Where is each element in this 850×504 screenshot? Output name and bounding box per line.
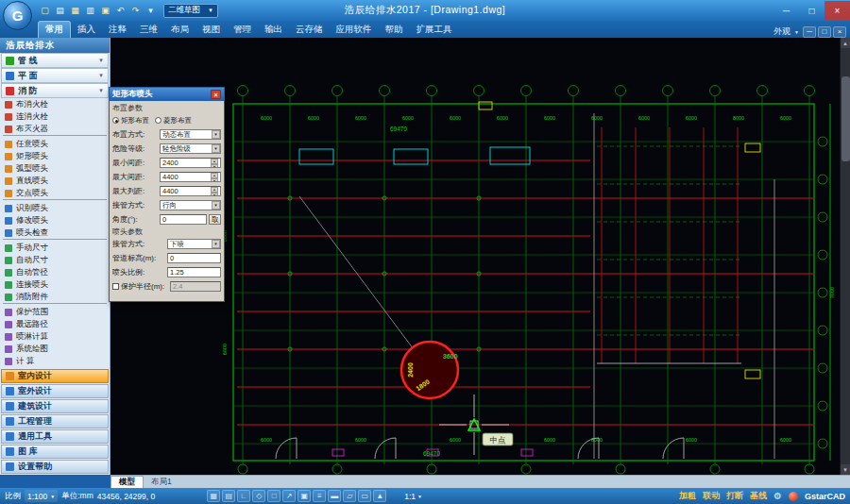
tool-fire-accessories[interactable]: 消防附件 [0,291,110,303]
gear-icon[interactable]: ⚙ [774,491,782,501]
tool-free-sprinkler[interactable]: 任意喷头 [0,138,110,150]
tab-help[interactable]: 帮助 [379,21,410,38]
qat-more-icon[interactable]: ▾ [144,3,158,18]
lineweight-icon[interactable]: ▬ [328,490,341,502]
tab-model[interactable]: 模型 [110,476,144,488]
otrack-icon[interactable]: ↗ [282,490,296,502]
pipe-elevation-input[interactable]: 0 [167,253,221,263]
print-icon[interactable]: ▥ [83,3,97,18]
protection-radius-checkbox[interactable] [112,283,119,290]
layout-mode-select[interactable]: 动态布置 [160,129,221,140]
tab-manage[interactable]: 管理 [227,21,258,38]
selection-cycling-icon[interactable]: ▲ [373,490,386,502]
bold-lines-toggle[interactable]: 加粗 [679,490,696,502]
plot-icon[interactable]: ▣ [98,3,112,18]
tool-place-hydrant[interactable]: 布消火栓 [0,98,110,110]
dialog-close-icon[interactable]: × [211,90,221,99]
tool-rect-sprinkler[interactable]: 矩形喷头 [0,150,110,162]
angle-input[interactable]: 0 [160,214,207,225]
tool-auto-diameter[interactable]: 自动管径 [0,266,110,278]
scroll-up-icon[interactable]: ▲ [841,38,850,48]
tool-connect-sprinkler[interactable]: 连接喷头 [0,278,110,291]
break-toggle[interactable]: 打断 [726,490,743,502]
scrollbar-thumb[interactable] [842,76,850,161]
doc-restore-button[interactable]: □ [818,26,831,38]
open-icon[interactable]: ▤ [53,3,67,18]
scrollbar-track[interactable] [841,48,850,464]
tab-layout1[interactable]: 布局1 [144,476,179,488]
linkage-toggle[interactable]: 联动 [703,490,720,502]
minimize-button[interactable]: ─ [774,1,799,20]
tab-home[interactable]: 常用 [38,21,71,38]
tool-calculation[interactable]: 计 算 [0,355,110,367]
nav-outdoor-design[interactable]: 室外设计 [1,384,109,398]
tool-farthest-path[interactable]: 最远路径 [0,318,110,330]
spinner[interactable]: ▲▼ [211,173,218,181]
tab-cloud[interactable]: 云存储 [289,21,330,38]
pick-angle-button[interactable]: 取 [209,214,221,225]
scale-dropdown[interactable]: 1:100 ▼ [25,490,58,502]
undo-icon[interactable]: ↶ [113,3,128,18]
polar-icon[interactable]: ◇ [252,490,265,502]
tab-annotate[interactable]: 注释 [102,21,133,38]
head-connect-select[interactable]: 下喷 [167,239,221,249]
max-spacing-input[interactable]: 4400▲▼ [160,172,221,182]
spinner[interactable]: ▲▼ [211,187,218,195]
ortho-icon[interactable]: ∟ [237,490,250,502]
nav-architecture-design[interactable]: 建筑设计 [1,399,109,413]
tool-connect-hydrant[interactable]: 连消火栓 [0,110,110,123]
tab-layout[interactable]: 布局 [164,21,196,38]
tab-insert[interactable]: 插入 [71,21,102,38]
tool-modify-sprinkler[interactable]: 修改喷头 [0,214,110,227]
close-button[interactable]: × [824,1,850,20]
tab-output[interactable]: 输出 [258,21,289,38]
tool-intersection-sprinkler[interactable]: 交点喷头 [0,187,110,199]
tool-protection-range[interactable]: 保护范围 [0,306,110,318]
min-spacing-input[interactable]: 2400▲▼ [160,158,221,168]
annotation-scale-dropdown[interactable]: 1:1 ▼ [404,492,422,501]
connect-mode-select[interactable]: 行向 [160,200,221,210]
max-row-spacing-input[interactable]: 4400▲▼ [160,186,221,196]
tool-place-extinguisher[interactable]: 布灭火器 [0,123,110,135]
tool-sprinkler-calc[interactable]: 喷淋计算 [0,330,110,343]
workspace-dropdown[interactable]: 二维草图 ▼ [163,4,218,18]
spinner[interactable]: ▲▼ [211,159,218,167]
tool-system-diagram[interactable]: 系统绘图 [0,343,110,355]
snap-icon[interactable]: ▦ [207,490,220,502]
baseline-toggle[interactable]: 基线 [750,490,767,502]
ducs-icon[interactable]: ▣ [298,490,311,502]
doc-minimize-button[interactable]: ─ [803,26,816,38]
sidebar-item-fire[interactable]: 消 防 ▼ [1,83,109,98]
grid-icon[interactable]: ▤ [222,490,235,502]
tool-arc-sprinkler[interactable]: 弧型喷头 [0,162,110,175]
tool-check-sprinkler[interactable]: 喷头检查 [0,227,110,239]
nav-project-management[interactable]: 工程管理 [1,414,109,428]
new-icon[interactable]: ▢ [38,3,52,18]
doc-close-button[interactable]: × [833,26,846,38]
maximize-button[interactable]: □ [799,1,824,20]
appearance-dropdown[interactable]: 外观 [774,25,790,38]
app-logo[interactable]: G [3,1,32,30]
tool-identify-sprinkler[interactable]: 识别喷头 [0,202,110,214]
save-icon[interactable]: ▦ [68,3,82,18]
transparency-icon[interactable]: ▱ [343,490,356,502]
radio-diamond-layout[interactable] [155,117,162,124]
tab-express-tools[interactable]: 扩展工具 [410,21,459,38]
tab-view[interactable]: 视图 [196,21,227,38]
head-scale-input[interactable]: 1.25 [167,267,221,277]
canvas-vertical-scrollbar[interactable]: ▲ ▼ [840,38,850,475]
nav-indoor-design[interactable]: 室内设计 [1,369,109,383]
tool-manual-dim[interactable]: 手动尺寸 [0,242,110,254]
quick-properties-icon[interactable]: ▭ [358,490,371,502]
sidebar-item-pipeline[interactable]: 管 线 ▼ [1,53,109,68]
dynamic-input-icon[interactable]: ≡ [313,490,326,502]
nav-general-tools[interactable]: 通用工具 [1,429,109,444]
nav-settings-help[interactable]: 设置帮助 [1,460,109,474]
tool-line-sprinkler[interactable]: 直线喷头 [0,175,110,187]
dialog-title-bar[interactable]: 矩形布喷头 × [110,88,224,101]
hazard-level-select[interactable]: 轻危险级 [160,143,221,154]
scroll-down-icon[interactable]: ▼ [841,464,850,475]
tool-auto-dim[interactable]: 自动尺寸 [0,254,110,266]
tab-3d[interactable]: 三维 [133,21,164,38]
nav-library[interactable]: 图 库 [1,445,109,459]
